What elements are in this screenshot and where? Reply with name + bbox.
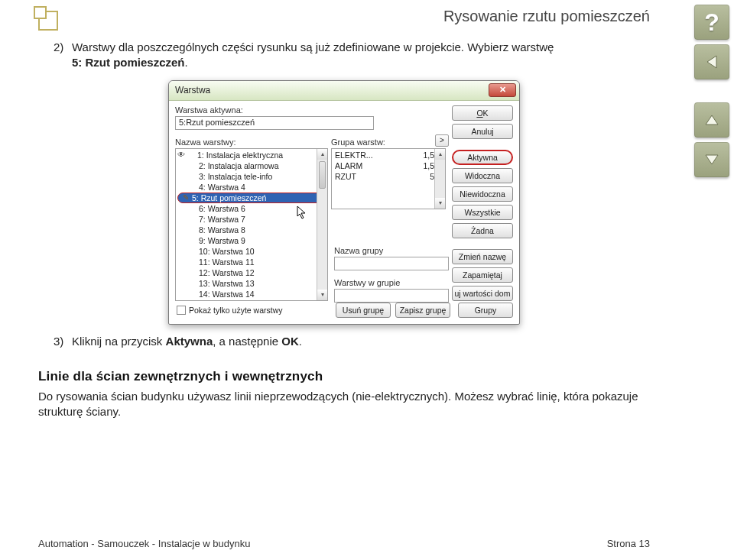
group-name-label: Nazwa grupy: [334, 246, 449, 255]
all-button[interactable]: Wszystkie: [452, 205, 513, 220]
list-item: 👁✎13: Warstwa 13: [176, 278, 327, 289]
step-2-number: 2): [54, 40, 72, 55]
step-3-mid: , a następnie: [213, 335, 281, 348]
active-button[interactable]: Aktywna: [452, 150, 513, 165]
show-used-checkbox[interactable]: [177, 306, 186, 315]
list-item: 👁✎8: Warstwa 8: [176, 225, 327, 235]
eye-icon: 👁: [177, 151, 185, 159]
step-3-end: .: [299, 335, 302, 348]
list-item: 👁✎6: Warstwa 6: [176, 203, 327, 214]
step-3: 3)Kliknij na przycisk Aktywna, a następn…: [54, 334, 650, 349]
list-item-selected: ✎5: Rzut pomieszczeń: [177, 193, 326, 203]
list-item: 👁✎2: Instalacja alarmowa: [176, 160, 327, 171]
list-item: 👁✎3: Instalacja tele-info: [176, 171, 327, 182]
group-name-field[interactable]: [334, 257, 449, 270]
step-3-bold1: Aktywna: [166, 335, 213, 348]
list-item: 👁✎11: Warstwa 11: [176, 257, 327, 267]
group-arrow-button[interactable]: >: [435, 134, 449, 147]
list-item: 👁✎12: Warstwa 12: [176, 267, 327, 278]
layers-in-group-label: Warstwy w grupie: [334, 278, 449, 287]
ok-button[interactable]: OK: [452, 105, 513, 121]
list-item: ALARM1,5: [332, 160, 445, 171]
list-item: 👁✎9: Warstwa 9: [176, 235, 327, 246]
cancel-button[interactable]: Anuluj: [452, 124, 513, 139]
pencil-icon: ✎: [181, 193, 190, 202]
step-3-bold2: OK: [281, 335, 299, 348]
page-corner-icon: [38, 11, 58, 31]
list-item: 👁✎4: Warstwa 4: [176, 182, 327, 193]
layers-in-group-field[interactable]: [334, 289, 449, 303]
list-item: 👁✎14: Warstwa 14: [176, 289, 327, 299]
step-2-layer: 5: Rzut pomieszczeń: [72, 56, 185, 69]
list-item: 👁✎7: Warstwa 7: [176, 214, 327, 225]
layer-list[interactable]: 👁✎1: Instalacja elektryczna 👁✎2: Instala…: [175, 148, 328, 301]
invisible-button[interactable]: Niewidoczna: [452, 186, 513, 202]
scroll-thumb[interactable]: [319, 161, 326, 189]
step-2-dot: .: [185, 56, 188, 69]
scrollbar[interactable]: ▴ ▾: [434, 149, 445, 209]
step-3-a: Kliknij na przycisk: [72, 335, 166, 348]
group-list[interactable]: ELEKTR...1,5 ALARM1,5 RZUT5 ▴ ▾: [331, 148, 446, 209]
close-icon[interactable]: ✕: [489, 83, 516, 97]
arrow-up-icon: [701, 109, 723, 131]
save-group-button[interactable]: Zapisz grupę: [395, 303, 450, 318]
visible-button[interactable]: Widoczna: [452, 168, 513, 183]
delete-group-button[interactable]: Usuń grupę: [336, 303, 391, 318]
question-icon: ?: [704, 8, 719, 37]
list-item: RZUT5: [332, 171, 445, 182]
list-item: 👁✎10: Warstwa 10: [176, 246, 327, 257]
group-label: Grupa warstw:: [331, 138, 432, 147]
scroll-up-icon[interactable]: ▴: [435, 149, 445, 160]
scroll-down-icon[interactable]: ▾: [317, 290, 327, 300]
dialog-title: Warstwa: [175, 85, 210, 95]
arrow-down-icon: [701, 149, 723, 170]
scroll-up-icon[interactable]: ▴: [317, 149, 327, 160]
section-heading: Linie dla ścian zewnętrznych i wewnętrzn…: [38, 369, 650, 384]
section-paragraph: Do rysowania ścian budynku używasz linii…: [38, 389, 650, 420]
rename-button[interactable]: Zmień nazwę: [452, 249, 513, 264]
page-title: Rysowanie rzutu pomieszczeń: [58, 8, 650, 25]
groups-button[interactable]: Grupy: [458, 303, 513, 318]
layer-name-label: Nazwa warstwy:: [175, 138, 328, 147]
remember-button[interactable]: Zapamiętaj: [452, 267, 513, 283]
down-button[interactable]: [694, 142, 729, 177]
list-item: 👁✎1: Instalacja elektryczna: [176, 150, 327, 160]
footer-right: Strona 13: [607, 538, 650, 549]
step-2-text-a: Warstwy dla poszczególnych części rysunk…: [72, 40, 554, 53]
show-used-label: Pokaż tylko użyte warstwy: [189, 306, 283, 315]
arrow-left-icon: [701, 51, 723, 73]
step-2: 2)Warstwy dla poszczególnych części rysu…: [54, 40, 650, 71]
scroll-down-icon[interactable]: ▾: [435, 198, 445, 209]
defaults-button[interactable]: uj wartości dom: [452, 286, 513, 301]
layer-dialog: Warstwa ✕ Warstwa aktywna: 5:Rzut pomies…: [168, 80, 520, 325]
dialog-titlebar[interactable]: Warstwa ✕: [169, 81, 519, 101]
back-button[interactable]: [694, 44, 729, 79]
step-3-number: 3): [54, 334, 72, 349]
up-button[interactable]: [694, 102, 729, 138]
scrollbar[interactable]: ▴ ▾: [317, 149, 327, 300]
help-button[interactable]: ?: [694, 5, 729, 40]
none-button[interactable]: Żadna: [452, 223, 513, 238]
list-item: ELEKTR...1,5: [332, 150, 445, 160]
footer-left: Automation - Samouczek - Instalacje w bu…: [38, 538, 250, 549]
active-layer-field[interactable]: 5:Rzut pomieszczeń: [175, 116, 374, 130]
